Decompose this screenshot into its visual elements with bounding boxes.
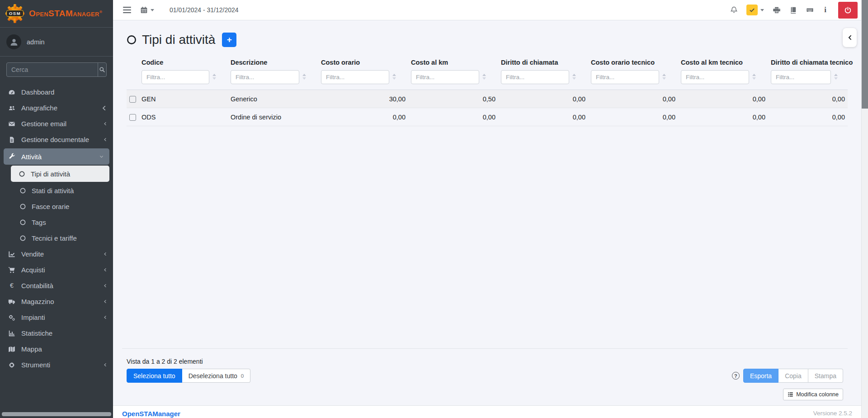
- sidebar-item-label: Attività: [21, 153, 42, 161]
- column-header-costo-orario: Costo orario: [318, 56, 408, 90]
- sidebar-item-label: Gestione documentale: [21, 136, 89, 143]
- footer-brand-link[interactable]: OpenSTAManager: [122, 410, 180, 418]
- sort-icon[interactable]: [752, 74, 756, 80]
- collapse-panel-button[interactable]: [843, 28, 857, 47]
- check-icon: [746, 5, 758, 15]
- sidebar-item-vendite[interactable]: Vendite: [0, 246, 113, 262]
- scrollbar-thumb[interactable]: [862, 0, 868, 109]
- tasks-toggle[interactable]: [746, 5, 764, 15]
- sidebar-item-dashboard[interactable]: Dashboard: [0, 84, 113, 100]
- sort-icon[interactable]: [302, 74, 306, 80]
- sidebar-item-statistiche[interactable]: Statistiche: [0, 325, 113, 341]
- filter-input-diritto-di-chiamata[interactable]: [501, 70, 569, 84]
- sidebar-item-gestione-documentale[interactable]: Gestione documentale: [0, 132, 113, 147]
- copy-button[interactable]: Copia: [778, 369, 808, 383]
- column-header-costo-al-km: Costo al km: [408, 56, 498, 90]
- hamburger-menu-icon[interactable]: [123, 7, 131, 13]
- sort-icon[interactable]: [834, 74, 838, 80]
- document-icon: [6, 136, 17, 143]
- column-header-diritto-di-chiamata-tecnico: Diritto di chiamata tecnico: [768, 56, 848, 90]
- sidebar-item-gestione-email[interactable]: Gestione email: [0, 116, 113, 132]
- logout-power-button[interactable]: [838, 2, 858, 19]
- filter-input-costo-al-km-tecnico[interactable]: [681, 70, 749, 84]
- sidebar-item-acquisti[interactable]: Acquisti: [0, 262, 113, 278]
- chart-line-icon: [6, 251, 17, 258]
- sidebar-subitem-tecnici-e-tariffe[interactable]: Tecnici e tariffe: [0, 230, 113, 246]
- filter-input-costo-orario[interactable]: [321, 70, 389, 84]
- chevron-left-icon: [103, 315, 108, 320]
- table-row[interactable]: ODS Ordine di servizio 0,00 0,00 0,00 0,…: [127, 108, 848, 126]
- osm-badge: OSM: [6, 10, 24, 17]
- info-icon[interactable]: i: [823, 5, 828, 14]
- print-icon[interactable]: [773, 6, 781, 14]
- cell-codice: ODS: [139, 108, 228, 126]
- search-button[interactable]: [98, 63, 106, 76]
- sort-icon[interactable]: [212, 74, 216, 80]
- edit-columns-button[interactable]: Modifica colonne: [783, 389, 843, 400]
- tachometer-icon: [6, 89, 17, 96]
- row-checkbox[interactable]: [129, 114, 136, 121]
- docs-book-icon[interactable]: [789, 6, 797, 14]
- sidebar-subitem-tipi-di-attivita[interactable]: Tipi di attività: [11, 166, 109, 182]
- select-all-button[interactable]: Seleziona tutto: [127, 369, 182, 383]
- cell-descrizione: Ordine di servizio: [228, 108, 318, 126]
- cell-costo-al-km-tecnico: 0,00: [678, 108, 768, 126]
- sidebar-subitem-stati-di-attivita[interactable]: Stati di attività: [0, 183, 113, 199]
- chevron-down-icon: [99, 154, 104, 159]
- add-record-button[interactable]: +: [222, 33, 236, 47]
- registered-mark: ®: [99, 10, 102, 14]
- notifications-bell-icon[interactable]: [730, 6, 738, 14]
- sidebar-subitem-tags[interactable]: Tags: [0, 214, 113, 230]
- page-title: Tipi di attività: [142, 33, 215, 47]
- date-range-label[interactable]: 01/01/2024 - 31/12/2024: [170, 6, 239, 14]
- table-row[interactable]: GEN Generico 30,00 0,50 0,00 0,00 0,00 0…: [127, 90, 848, 108]
- list-icon: [788, 392, 793, 397]
- sidebar-item-attivita[interactable]: Attività: [4, 148, 109, 165]
- calendar-picker[interactable]: [140, 6, 154, 14]
- bar-chart-icon: [6, 330, 17, 337]
- sidebar-item-label: Contabilità: [21, 282, 53, 290]
- sidebar-item-impianti[interactable]: Impianti: [0, 309, 113, 325]
- sidebar-subitem-label: Fasce orarie: [32, 203, 69, 210]
- sidebar-subitem-label: Tecnici e tariffe: [32, 234, 77, 242]
- user-avatar-icon: [6, 34, 21, 49]
- filter-input-diritto-di-chiamata-tecnico[interactable]: [771, 70, 831, 84]
- sidebar-item-label: Dashboard: [21, 88, 54, 96]
- sidebar-item-strumenti[interactable]: Strumenti: [0, 357, 113, 373]
- sort-icon[interactable]: [572, 74, 576, 80]
- chevron-left-icon: [103, 137, 108, 142]
- deselect-all-button[interactable]: Deseleziona tutto 0: [182, 369, 251, 383]
- keyboard-shortcuts-icon[interactable]: [806, 6, 814, 14]
- sort-icon[interactable]: [482, 74, 486, 80]
- chevron-left-icon: [103, 299, 108, 304]
- sidebar-horizontal-scrollbar[interactable]: [2, 412, 111, 416]
- chevron-left-icon: [847, 34, 853, 41]
- search-input[interactable]: [7, 63, 98, 76]
- filter-input-costo-orario-tecnico[interactable]: [591, 70, 659, 84]
- caret-down-icon: [151, 9, 154, 11]
- euro-icon: €: [6, 282, 17, 289]
- sidebar-item-mappa[interactable]: Mappa: [0, 341, 113, 357]
- sidebar-item-label: Impianti: [21, 314, 45, 321]
- brand-logo[interactable]: OSM OpenSTAManager®: [0, 0, 113, 28]
- users-icon: [6, 104, 17, 112]
- row-checkbox[interactable]: [129, 96, 136, 103]
- print-button[interactable]: Stampa: [808, 369, 843, 383]
- export-button[interactable]: Esporta: [743, 369, 778, 383]
- sidebar-subitem-fasce-orarie[interactable]: Fasce orarie: [0, 199, 113, 214]
- cart-icon: [6, 266, 17, 274]
- topbar: 01/01/2024 - 31/12/2024: [113, 0, 861, 20]
- cell-codice: GEN: [139, 90, 228, 108]
- sidebar-item-magazzino[interactable]: Magazzino: [0, 294, 113, 309]
- sidebar-item-anagrafiche[interactable]: Anagrafiche: [0, 100, 113, 116]
- filter-input-descrizione[interactable]: [231, 70, 299, 84]
- sort-icon[interactable]: [392, 74, 396, 80]
- vertical-scrollbar: [861, 0, 868, 418]
- filter-input-costo-al-km[interactable]: [411, 70, 479, 84]
- filter-input-codice[interactable]: [142, 70, 209, 84]
- sidebar-item-contabilita[interactable]: € Contabilità: [0, 278, 113, 294]
- help-icon[interactable]: ?: [732, 372, 740, 380]
- cell-costo-orario-tecnico: 0,00: [588, 108, 678, 126]
- user-panel[interactable]: admin: [0, 28, 113, 57]
- sort-icon[interactable]: [662, 74, 666, 80]
